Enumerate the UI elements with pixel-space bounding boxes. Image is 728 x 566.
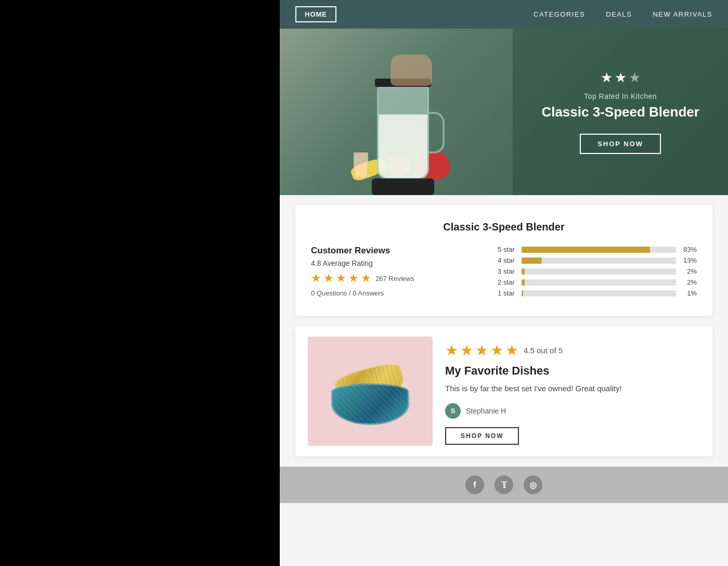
rating-bar-fill-3 bbox=[522, 268, 525, 275]
product-review-card: ★ ★ ★ ★ ★ 4.5 out of 5 My Favorite Dishe… bbox=[295, 326, 712, 456]
nav-categories[interactable]: CATEGORIES bbox=[534, 10, 585, 18]
footer: f 𝕋 ◎ bbox=[280, 467, 728, 503]
star-1: ★ bbox=[311, 272, 321, 285]
nav-new-arrivals[interactable]: NEW ARRIVALS bbox=[653, 10, 712, 18]
blender-jar bbox=[377, 86, 429, 179]
hand-overlay bbox=[391, 55, 432, 86]
blender-handle bbox=[429, 112, 445, 153]
review-left-panel: Customer Reviews 4.8 Average Rating ★ ★ … bbox=[311, 246, 477, 300]
hero-title: Classic 3-Speed Blender bbox=[541, 104, 699, 121]
product-review-content: ★ ★ ★ ★ ★ 4.5 out of 5 My Favorite Dishe… bbox=[445, 337, 700, 445]
hero-text-panel: ★ ★ ★ Top Rated In Kitchen Classic 3-Spe… bbox=[513, 29, 728, 195]
hero-stars: ★ ★ ★ bbox=[601, 70, 641, 86]
rating-bar-fill-4 bbox=[522, 279, 525, 286]
average-rating-text: 4.8 Average Rating bbox=[311, 259, 477, 267]
review-card: Classic 3-Speed Blender Customer Reviews… bbox=[295, 205, 712, 316]
customer-reviews-label: Customer Reviews bbox=[311, 246, 477, 256]
reviewer-row: S Stephanie H bbox=[445, 403, 700, 419]
product-review-title: My Favorite Dishes bbox=[445, 364, 700, 378]
blender-base bbox=[372, 178, 434, 195]
rating-bar-track-4 bbox=[522, 279, 676, 286]
hero-image-area bbox=[280, 29, 526, 195]
left-black-area bbox=[0, 0, 280, 566]
star-4: ★ bbox=[348, 272, 359, 285]
stars-row: ★ ★ ★ ★ ★ 267 Reviews bbox=[311, 272, 477, 285]
product-star-5-half: ★ bbox=[505, 342, 518, 359]
rating-bar-pct-1: 83% bbox=[680, 246, 697, 253]
rating-bar-pct-2: 13% bbox=[680, 256, 697, 264]
rating-bar-pct-3: 2% bbox=[680, 267, 697, 275]
nav-deals[interactable]: DEALS bbox=[606, 10, 632, 18]
rating-bar-track-5 bbox=[522, 290, 676, 297]
bowl-bottom-pattern bbox=[331, 383, 409, 425]
hero-star-1: ★ bbox=[601, 70, 613, 86]
twitter-button[interactable]: 𝕋 bbox=[495, 475, 513, 494]
blender-fill bbox=[379, 114, 427, 178]
rating-bar-pct-5: 1% bbox=[680, 289, 697, 297]
rating-bar-fill-1 bbox=[522, 247, 649, 253]
product-image-box bbox=[308, 337, 433, 446]
rating-bar-track-1 bbox=[522, 247, 676, 253]
star-3: ★ bbox=[336, 272, 346, 285]
rating-bar-row-3: 3 star2% bbox=[498, 267, 697, 275]
rating-bar-row-1: 5 star83% bbox=[498, 246, 697, 253]
product-star-1: ★ bbox=[445, 342, 458, 359]
hero-star-2: ★ bbox=[615, 70, 627, 86]
rating-bar-fill-2 bbox=[522, 258, 542, 264]
reviewer-name: Stephanie H bbox=[466, 407, 506, 415]
page-wrapper: HOME CATEGORIES DEALS NEW ARRIVALS bbox=[280, 0, 728, 566]
rating-bar-track-3 bbox=[522, 268, 676, 275]
rating-bar-row-4: 2 star2% bbox=[498, 278, 697, 286]
rating-bar-label-3: 3 star bbox=[498, 267, 517, 275]
glass-liquid bbox=[354, 152, 368, 178]
blender-illustration bbox=[346, 44, 460, 195]
navbar: HOME CATEGORIES DEALS NEW ARRIVALS bbox=[280, 0, 728, 29]
instagram-button[interactable]: ◎ bbox=[524, 475, 542, 494]
product-review-text: This is by far the best set I've owned! … bbox=[445, 383, 700, 395]
facebook-button[interactable]: f bbox=[465, 475, 484, 494]
hero-subtitle: Top Rated In Kitchen bbox=[584, 92, 657, 100]
product-star-4: ★ bbox=[490, 342, 503, 359]
rating-bar-fill-5 bbox=[522, 290, 523, 297]
home-button[interactable]: HOME bbox=[295, 6, 336, 22]
star-2: ★ bbox=[323, 272, 334, 285]
star-5: ★ bbox=[361, 272, 371, 285]
rating-bar-row-5: 1 star1% bbox=[498, 289, 697, 297]
bowl-illustration bbox=[323, 350, 417, 433]
rating-bar-track-2 bbox=[522, 258, 676, 264]
hero-section: ★ ★ ★ Top Rated In Kitchen Classic 3-Spe… bbox=[280, 29, 728, 195]
product-stars-row: ★ ★ ★ ★ ★ 4.5 out of 5 bbox=[445, 342, 700, 359]
review-bars-panel: 5 star83%4 star13%3 star2%2 star2%1 star… bbox=[498, 246, 697, 300]
rating-bar-pct-4: 2% bbox=[680, 278, 697, 286]
rating-bar-label-1: 5 star bbox=[498, 246, 517, 253]
product-star-2: ★ bbox=[460, 342, 473, 359]
product-rating-text: 4.5 out of 5 bbox=[524, 346, 563, 355]
review-card-title: Classic 3-Speed Blender bbox=[311, 221, 697, 233]
product-star-3: ★ bbox=[475, 342, 488, 359]
hero-star-3: ★ bbox=[629, 70, 641, 86]
hero-shop-now-button[interactable]: SHOP NOW bbox=[580, 134, 661, 154]
rating-bar-row-2: 4 star13% bbox=[498, 256, 697, 264]
nav-links: CATEGORIES DEALS NEW ARRIVALS bbox=[534, 10, 712, 18]
product-shop-now-button[interactable]: SHOP NOW bbox=[445, 427, 519, 445]
review-count: 267 Reviews bbox=[375, 275, 414, 282]
review-card-body: Customer Reviews 4.8 Average Rating ★ ★ … bbox=[311, 246, 697, 300]
reviewer-avatar: S bbox=[445, 403, 461, 419]
rating-bar-label-2: 4 star bbox=[498, 256, 517, 264]
qa-text: 0 Questions / 0 Answers bbox=[311, 289, 477, 297]
rating-bar-label-5: 1 star bbox=[498, 289, 517, 297]
rating-bar-label-4: 2 star bbox=[498, 278, 517, 286]
